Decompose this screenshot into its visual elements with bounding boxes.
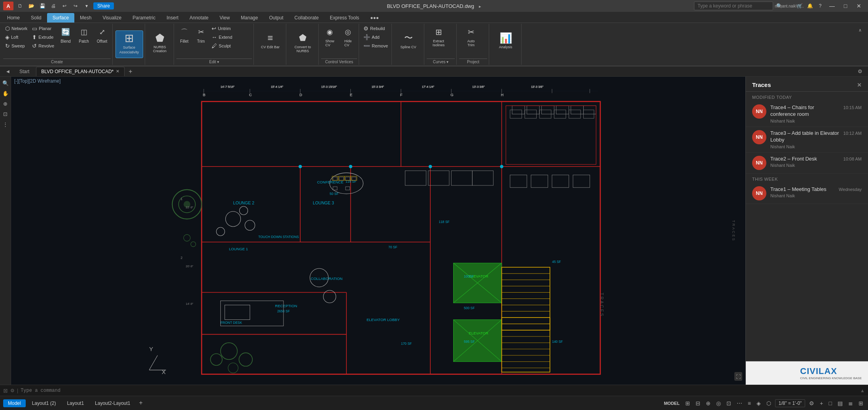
network-button[interactable]: ⬡ Network <box>3 25 29 32</box>
polar-icon[interactable]: ◎ <box>715 399 722 407</box>
new-tab-button[interactable]: + <box>126 68 134 75</box>
scale-display[interactable]: 1/8" = 1'-0" <box>775 399 806 407</box>
collapse-ribbon-icon[interactable]: ∧ <box>855 25 865 35</box>
sweep-button[interactable]: ↻ Sweep <box>3 42 29 50</box>
help-icon[interactable]: ? <box>816 2 825 10</box>
blend-button[interactable]: 🔄 Blend <box>57 25 74 45</box>
convert-nurbs-button[interactable]: ⬟ Convert toNURBS <box>289 30 317 58</box>
tab-collaborate[interactable]: Collaborate <box>289 13 324 23</box>
command-settings-icon[interactable]: ⚙ <box>10 388 15 393</box>
untrim-button[interactable]: ↩ Untrim <box>210 25 234 32</box>
print-icon[interactable]: 🖨 <box>49 2 58 10</box>
doc-tab-main[interactable]: BLVD OFFICE_PLAN-AUTOCAD* ✕ <box>36 67 125 76</box>
app-icon[interactable]: A <box>3 2 13 10</box>
layout1-2-tab[interactable]: Layout1 (2) <box>27 399 61 407</box>
tab-parametric[interactable]: Parametric <box>127 13 161 23</box>
analysis-button[interactable]: 📊 Analysis <box>492 30 520 58</box>
minimize-button[interactable]: — <box>826 0 838 12</box>
selection-icon[interactable]: ⬡ <box>765 399 773 407</box>
tab-home[interactable]: Home <box>2 13 25 23</box>
lineweight-icon[interactable]: ≡ <box>746 399 753 407</box>
pan-icon[interactable]: ✋ <box>1 89 10 98</box>
revolve-button[interactable]: ↺ Revolve <box>30 42 56 50</box>
extract-isolines-button[interactable]: ⊞ ExtractIsolines <box>427 25 450 48</box>
ui-toggle-icon[interactable]: ⊞ <box>857 399 865 407</box>
trace-item-2[interactable]: NN Trace2 – Front Desk Nishant Naik 10:0… <box>746 153 868 174</box>
toolbar-more-icon[interactable]: ⋮ <box>1 119 10 129</box>
patch-button[interactable]: ◫ Patch <box>75 25 93 45</box>
tab-manage[interactable]: Manage <box>235 13 263 23</box>
planar-button[interactable]: ▭ Planar <box>30 25 56 32</box>
extrude-button[interactable]: ⬆ Extrude <box>30 33 56 41</box>
save-icon[interactable]: 💾 <box>38 2 47 10</box>
hide-cv-button[interactable]: ◎ HideCV <box>339 25 357 48</box>
remove-button[interactable]: ➖ Remove <box>361 42 390 50</box>
tab-visualize[interactable]: Visualize <box>97 13 127 23</box>
tab-express-tools[interactable]: Express Tools <box>324 13 365 23</box>
cv-edit-bar-button[interactable]: ≡ CV Edit Bar <box>257 30 284 58</box>
sculpt-button[interactable]: 🖊 Sculpt <box>210 42 234 50</box>
properties-icon[interactable]: ≣ <box>847 399 855 407</box>
command-input[interactable] <box>21 388 858 393</box>
nurbs-creation-button[interactable]: ⬟ NURBSCreation <box>148 30 172 58</box>
auto-trim-button[interactable]: ✂ AutoTrim <box>459 25 483 48</box>
tab-surface[interactable]: Surface <box>47 13 74 23</box>
maximize-button[interactable]: □ <box>840 0 851 12</box>
share-button[interactable]: Share <box>93 2 114 9</box>
tab-insert[interactable]: Insert <box>161 13 184 23</box>
add-button[interactable]: ➕ Add <box>361 33 390 41</box>
layout1-tab[interactable]: Layout1 <box>62 399 89 407</box>
tab-annotate[interactable]: Annotate <box>184 13 214 23</box>
store-icon[interactable]: 🛒 <box>795 2 804 10</box>
model-space-icon[interactable]: □ <box>827 399 834 407</box>
trim-button[interactable]: ✂ Trim <box>193 25 209 45</box>
offset-button[interactable]: ⤢ Offset <box>93 25 111 45</box>
spline-cv-button[interactable]: 〜 Spline CV <box>395 30 422 58</box>
doc-nav-back-icon[interactable]: ◀ <box>3 67 13 76</box>
tab-view[interactable]: View <box>214 13 235 23</box>
rebuild-button[interactable]: ⚙ Rebuild <box>361 25 390 32</box>
dropdown-icon[interactable]: ▾ <box>82 2 91 10</box>
surface-associativity-button[interactable]: ⊞ SurfaceAssociativity <box>115 30 143 58</box>
otrack-icon[interactable]: ⋯ <box>735 399 744 407</box>
close-button[interactable]: ✕ <box>853 0 865 12</box>
extents-icon[interactable]: ⊡ <box>1 109 10 119</box>
orbit-icon[interactable]: ⊕ <box>1 99 10 108</box>
fillet-button[interactable]: ⌒ Fillet <box>176 25 192 45</box>
undo-icon[interactable]: ↩ <box>60 2 69 10</box>
snap-icon[interactable]: ⊟ <box>694 399 702 407</box>
transparency-icon[interactable]: ◈ <box>755 399 762 407</box>
loft-button[interactable]: ◈ Loft <box>3 33 29 41</box>
tab-output[interactable]: Output <box>263 13 289 23</box>
layers-icon[interactable]: ▤ <box>836 399 844 407</box>
layout-settings-icon[interactable]: ⚙ <box>855 67 865 76</box>
layout2-tab[interactable]: Layout2-Layout1 <box>90 399 135 407</box>
osnap-icon[interactable]: ⊡ <box>725 399 733 407</box>
doc-tab-start[interactable]: Start <box>14 67 34 76</box>
new-layout-button[interactable]: + <box>137 399 145 407</box>
zoom-plus-icon[interactable]: + <box>818 399 825 407</box>
expand-panel-icon[interactable]: ⛶ <box>734 372 742 381</box>
ortho-icon[interactable]: ⊕ <box>704 399 712 407</box>
model-tab[interactable]: Model <box>3 399 26 407</box>
command-scroll-up-icon[interactable]: ▲ <box>860 388 865 393</box>
new-file-icon[interactable]: 🗋 <box>16 2 25 10</box>
redo-icon[interactable]: ↪ <box>71 2 80 10</box>
zoom-icon[interactable]: 🔍 <box>1 78 10 88</box>
search-input[interactable] <box>694 2 773 10</box>
tab-more[interactable]: ●●● <box>365 13 384 23</box>
user-icon[interactable]: nishant.naikVY... <box>785 2 794 10</box>
tab-solid[interactable]: Solid <box>25 13 47 23</box>
doc-tab-close-icon[interactable]: ✕ <box>116 69 119 74</box>
viewport-settings-icon[interactable]: ⚙ <box>807 399 816 407</box>
extend-button[interactable]: ↔ Extend <box>210 33 234 41</box>
trace-item-3[interactable]: NN Trace3 – Add table in Elevator Lobby … <box>746 127 868 153</box>
open-icon[interactable]: 📂 <box>27 2 36 10</box>
notify-icon[interactable]: 🔔 <box>806 2 814 10</box>
trace-item-4[interactable]: NN Trace4 – Chairs for conference room N… <box>746 101 868 127</box>
show-cv-button[interactable]: ◉ ShowCV <box>321 25 339 48</box>
drawing-canvas[interactable]: [-][Top][2D Wireframe] <box>11 77 745 385</box>
traces-close-icon[interactable]: ✕ <box>857 82 862 88</box>
tab-mesh[interactable]: Mesh <box>74 13 97 23</box>
trace-item-1[interactable]: NN Trace1 – Meeting Tables Nishant Naik … <box>746 183 868 204</box>
